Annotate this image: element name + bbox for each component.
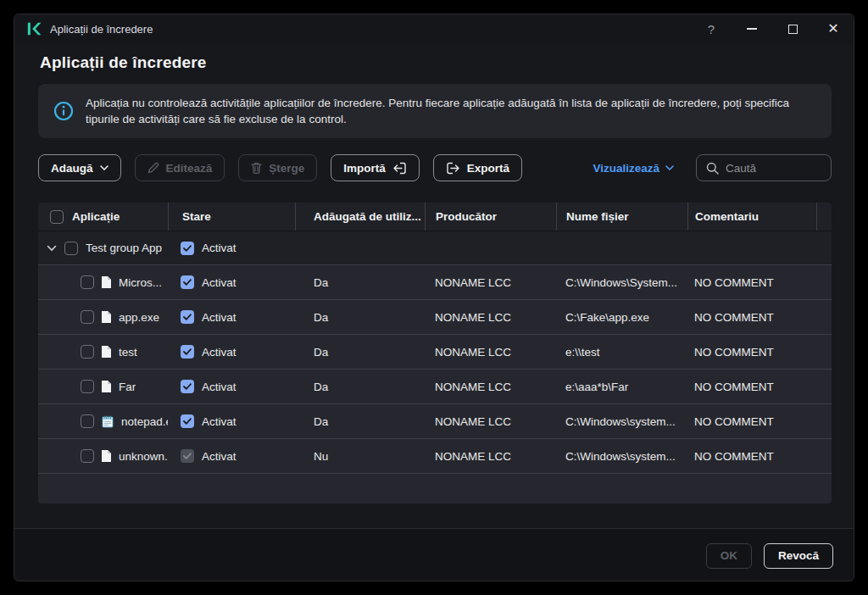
table-row[interactable]: notepad.e... Activat Da NONAME LCC C:\Wi… [38,403,832,438]
column-header-status[interactable]: Stare [168,203,295,231]
import-button[interactable]: Importă [331,154,420,181]
export-icon [446,162,460,175]
file-path: e:\\test [556,346,687,359]
file-icon [101,345,112,359]
status-checkbox-disabled [181,449,194,463]
column-header-vendor[interactable]: Producător [425,203,556,231]
row-checkbox[interactable] [81,275,94,289]
page-title: Aplicații de încredere [40,53,207,72]
footer: OK Revocă [14,528,854,581]
file-path: e:\aaa*b\Far [556,381,687,393]
app-name: Far [119,381,136,393]
status-checkbox[interactable] [181,345,194,359]
app-name: app.exe [119,311,159,324]
view-dropdown[interactable]: Vizualizează [593,162,674,175]
table-group-row[interactable]: Test group App Activat [38,231,832,264]
row-checkbox[interactable] [81,380,94,393]
table-row[interactable]: Far Activat Da NONAME LCC e:\aaa*b\Far N… [38,369,832,403]
column-header-application[interactable]: Aplicație [72,210,120,223]
vendor: NONAME LCC [425,346,556,359]
window-title: Aplicații de încredere [50,23,153,36]
chevron-down-icon [100,165,108,170]
row-checkbox[interactable] [81,310,94,324]
comment: NO COMMENT [687,415,816,428]
collapse-chevron-icon[interactable] [47,245,57,252]
status-label: Activat [202,346,236,359]
table-row[interactable]: Micros... Activat Da NONAME LCC C:\Windo… [38,264,832,299]
ok-button[interactable]: OK [706,543,752,569]
vendor: NONAME LCC [425,381,556,393]
column-header-comment[interactable]: Comentariu [687,203,816,231]
status-checkbox[interactable] [181,310,194,324]
toolbar: Adaugă Editează Șterge Importă [38,154,832,181]
file-path: C:\Windows\System... [556,276,687,289]
info-banner: Aplicația nu controlează activitățile ap… [38,84,832,138]
vendor: NONAME LCC [425,415,556,428]
table-row[interactable]: test Activat Da NONAME LCC e:\\test NO C… [38,334,832,369]
notepad-icon [101,414,114,428]
select-all-checkbox[interactable] [50,210,64,224]
file-icon [101,310,112,324]
comment: NO COMMENT [687,311,816,324]
status-checkbox[interactable] [181,242,194,255]
vendor: NONAME LCC [425,450,556,463]
row-checkbox[interactable] [81,414,94,428]
status-checkbox[interactable] [181,414,194,428]
status-label: Activat [202,450,236,463]
column-header-added-by-user[interactable]: Adăugată de utiliz... [295,203,425,231]
banner-text: Aplicația nu controlează activitățile ap… [86,95,815,127]
status-label: Activat [202,381,236,393]
comment: NO COMMENT [687,346,816,359]
vendor: NONAME LCC [425,276,556,289]
file-path: C:\Fake\app.exe [556,311,687,324]
chevron-down-icon [665,165,674,170]
column-header-extra [816,203,832,231]
status-checkbox[interactable] [181,380,194,393]
row-checkbox[interactable] [81,449,94,463]
screen: Aplicații de încredere ? ✕ Aplicații de … [0,0,868,595]
edit-button[interactable]: Editează [135,154,225,181]
minimize-button[interactable] [732,14,772,43]
table-row[interactable]: unknown.... Activat Nu NONAME LCC C:\Win… [38,438,832,473]
status-label: Activat [202,242,236,254]
file-path: C:\Windows\system... [556,415,687,428]
app-name: test [119,346,137,359]
table-header: Aplicație Stare Adăugată de utiliz... Pr… [38,203,832,231]
file-icon [101,449,112,463]
group-name: Test group App [86,242,162,254]
added-by-user: Da [295,381,425,393]
table-empty-area [38,473,832,503]
column-header-filename[interactable]: Nume fișier [556,203,687,231]
search-input[interactable] [726,162,810,175]
close-button[interactable]: ✕ [813,14,854,43]
import-button-label: Importă [343,162,386,175]
app-name: unknown.... [119,450,168,463]
delete-button[interactable]: Șterge [238,154,317,181]
status-checkbox[interactable] [181,275,194,289]
trash-icon [251,162,262,174]
search-box [696,154,832,181]
vendor: NONAME LCC [425,311,556,324]
status-label: Activat [202,311,236,324]
help-button[interactable]: ? [691,14,732,43]
added-by-user: Da [295,311,425,324]
status-label: Activat [202,415,236,428]
add-button[interactable]: Adaugă [38,154,121,181]
edit-button-label: Editează [166,162,213,175]
app-name: Micros... [119,276,162,289]
kaspersky-logo-icon [26,21,42,36]
export-button[interactable]: Exportă [433,154,522,181]
maximize-button[interactable] [772,14,813,43]
comment: NO COMMENT [687,276,816,289]
close-icon: ✕ [827,22,838,36]
cancel-button[interactable]: Revocă [764,543,833,569]
search-icon [706,162,719,175]
table-row[interactable]: app.exe Activat Da NONAME LCC C:\Fake\ap… [38,299,832,334]
add-button-label: Adaugă [51,162,93,175]
added-by-user: Da [295,415,425,428]
file-path: C:\Windows\system... [556,450,687,463]
row-checkbox[interactable] [81,345,94,359]
comment: NO COMMENT [687,381,816,393]
row-checkbox[interactable] [64,242,78,255]
file-icon [101,275,112,289]
